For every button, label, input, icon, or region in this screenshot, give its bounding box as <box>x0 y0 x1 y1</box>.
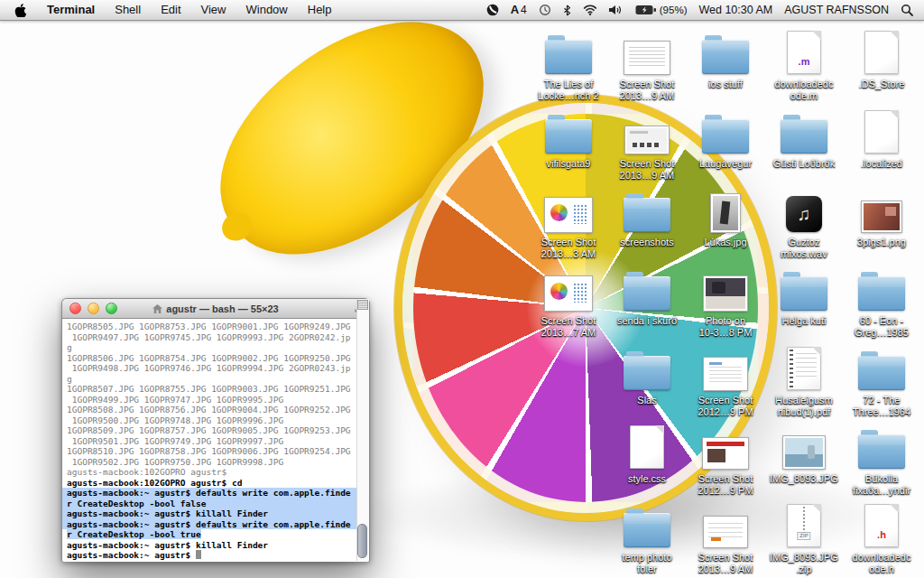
icon-label: Slas <box>607 395 687 406</box>
icon-label: IMG_8093.JPG.zip <box>764 552 844 575</box>
app-badge-icon[interactable]: A 4 <box>511 0 527 20</box>
desktop-icon-photo-on-10-3-8-pm[interactable]: Photo on10-3…8 PM <box>686 264 765 339</box>
shot-color-icon <box>545 198 592 232</box>
terminal-scrollbar[interactable] <box>356 299 369 561</box>
desktop-icon-60-eon-greg-1985[interactable]: 60 - Eon -Greg…1985 <box>842 264 921 339</box>
window-controls <box>62 303 117 314</box>
icon-label: Screen Shot2013…9 AM <box>686 552 765 575</box>
spotlight-icon[interactable] <box>901 4 913 16</box>
menu-items: TerminalShellEditViewWindowHelp <box>37 0 342 20</box>
desktop-icon-husaleigusm-nibud-1-pdf[interactable]: Husaleigusmnibud(1).pdf <box>764 343 844 418</box>
folder-icon <box>702 119 749 154</box>
zoom-button[interactable] <box>106 303 117 314</box>
menu-edit[interactable]: Edit <box>151 0 190 20</box>
desktop-icon-img-8093-jpg-zip[interactable]: ZIPIMG_8093.JPG.zip <box>764 500 844 575</box>
apple-menu[interactable] <box>11 4 37 17</box>
icon-label: Búkollafixaða…yndir <box>842 473 921 497</box>
desktop-icon-slas[interactable]: Slas <box>607 343 687 406</box>
desktop-icon-localized[interactable]: .localized <box>842 107 921 170</box>
desktop-icon-temp-photo-foler[interactable]: temp photofoler <box>607 500 687 575</box>
desktop-icon-72-the-three-1964[interactable]: 72 - TheThree…1964 <box>842 343 921 418</box>
icon-label: screenshots <box>607 237 687 248</box>
desktop-icon-the-lies-of-locke-nch-2[interactable]: The Lies ofLocke…nch 2 <box>529 27 608 102</box>
desktop-icon-screen-shot-2013-7-am[interactable]: Screen Shot2013…7 AM <box>529 264 608 339</box>
icon-label: The Lies ofLocke…nch 2 <box>529 79 608 102</box>
desktop-icon-3pigs1-png[interactable]: 3pigs1.png <box>842 185 921 248</box>
icon-label: downloadedcode.m <box>764 79 844 102</box>
desktop-icon-downloadedc-ode-m[interactable]: .mdownloadedcode.m <box>764 27 844 102</box>
terminal-line: agusts-macbook:~ agustr$ killall Finder <box>62 508 369 519</box>
desktop-icon-screen-shot-2013-9-am[interactable]: Screen Shot2013…9 AM <box>607 27 687 102</box>
desktop-icon-g-sti-lo-br-k[interactable]: Gústi Loðbrók <box>764 107 844 170</box>
desktop-icon-senda-skur[interactable]: senda í skurð <box>607 264 687 327</box>
time-machine-icon[interactable] <box>539 4 551 16</box>
battery-icon[interactable]: (95%) <box>635 0 688 20</box>
apple-logo-icon <box>14 4 26 17</box>
menu-view[interactable]: View <box>191 0 236 20</box>
terminal-line: 1GOPR9502.JPG 1GOPR9750.JPG 1GOPR9998.JP… <box>67 457 355 468</box>
split-pane-button[interactable] <box>357 300 368 310</box>
desktop-icon-screen-shot-2012-9-pm[interactable]: Screen Shot2012…9 PM <box>686 343 765 418</box>
desktop-icon-vifilsgata9[interactable]: vifilsgata9 <box>529 107 608 170</box>
terminal-window[interactable]: agustr — bash — 55×23 1GOPR8505.JPG 1GOP… <box>61 298 370 562</box>
badge-letter: A <box>511 0 518 20</box>
desktop-icon-style-css[interactable]: style.css <box>607 422 687 485</box>
icon-label: Husaleigusmnibud(1).pdf <box>764 395 844 418</box>
menu-terminal[interactable]: Terminal <box>37 0 105 20</box>
desktop-icon-screen-shot-2013-9-am[interactable]: Screen Shot2013…9 AM <box>686 500 765 575</box>
desktop-icon-downloadedc-ode-h[interactable]: .hdownloadedcode.h <box>842 500 921 575</box>
close-button[interactable] <box>69 303 81 314</box>
icon-label: Screen Shot2012…9 PM <box>686 395 765 418</box>
icon-label: Screen Shot2013…9 AM <box>607 79 687 102</box>
menu-window[interactable]: Window <box>236 0 298 20</box>
menu-clock[interactable]: Wed 10:30 AM <box>698 4 772 16</box>
desktop-icon-guztoz-mixos-wav[interactable]: ♫Guztozmixos.wav <box>764 185 844 260</box>
icon-label: style.css <box>607 473 687 485</box>
document-icon: ZIP <box>787 504 821 547</box>
menu-bar-left: TerminalShellEditViewWindowHelp <box>0 0 342 20</box>
badge-count: 4 <box>521 0 527 20</box>
menu-help[interactable]: Help <box>298 0 342 20</box>
terminal-line: agusts-macbook:102GOPRO agustr$ cd <box>67 478 355 489</box>
desktop-icon-img-8093-jpg[interactable]: IMG_8093.JPG <box>764 422 844 485</box>
menu-user-name[interactable]: AGUST RAFNSSON <box>784 4 889 16</box>
menu-shell[interactable]: Shell <box>105 0 151 20</box>
folder-icon <box>624 513 670 547</box>
terminal-line: agusts-macbook:~ agustr$ defaults write … <box>62 519 369 530</box>
minimize-button[interactable] <box>88 303 99 314</box>
terminal-line: 1GOPR9499.JPG 1GOPR9747.JPG 1GOPR9995.JP… <box>67 395 355 406</box>
desktop-icon-screen-shot-2013-9-am[interactable]: Screen Shot2013…9 AM <box>607 107 687 182</box>
terminal-line: g <box>67 374 355 385</box>
folder-icon <box>858 356 905 390</box>
folder-icon <box>624 276 670 311</box>
desktop-icon-screen-shot-2012-9-pm[interactable]: Screen Shot2012…9 PM <box>686 422 765 497</box>
icon-label: downloadedcode.h <box>842 552 921 575</box>
desktop-icon-screen-shot-2013-3-am[interactable]: Screen Shot2013…3 AM <box>529 185 608 260</box>
scrollbar-thumb[interactable] <box>357 524 367 558</box>
menu-bar-status: A 4 (95%) Wed 10:30 AM AGUST RAFNSSON <box>486 0 924 20</box>
desktop-icon-b-kolla-fixa-a-yndir[interactable]: Búkollafixaða…yndir <box>842 422 921 497</box>
desktop-icon-screenshots[interactable]: screenshots <box>607 185 687 248</box>
desktop-icon-l-kas-jpg[interactable]: Lúkas.jpg <box>686 185 765 248</box>
terminal-line: agusts-macbook:~ agustr$ defaults write … <box>62 488 369 499</box>
photo-dark-icon <box>711 194 740 232</box>
audio-file-icon: ♫ <box>786 196 822 232</box>
document-icon <box>864 110 899 154</box>
shot-red-icon <box>703 438 748 469</box>
wifi-icon[interactable] <box>583 5 597 15</box>
folder-icon <box>702 40 749 74</box>
folder-icon <box>858 276 905 311</box>
terminal-line: agusts-macbook:102GOPRO agustr$ <box>67 467 355 478</box>
volume-icon[interactable] <box>609 5 624 15</box>
terminal-body[interactable]: 1GOPR8505.JPG 1GOPR8753.JPG 1GOPR9001.JP… <box>62 319 369 562</box>
desktop-icon-ios-stuff[interactable]: ios stuff <box>686 27 765 90</box>
shot-lines-icon <box>624 42 670 74</box>
terminal-title-bar[interactable]: agustr — bash — 55×23 <box>62 299 369 319</box>
desktop-icon-laugavegur[interactable]: Laugavegur <box>686 107 765 170</box>
skype-menu-icon[interactable] <box>486 4 499 16</box>
terminal-line: 1GOPR9498.JPG 1GOPR9746.JPG 1GOPR9994.JP… <box>67 363 355 374</box>
desktop-icon-helga-kuti[interactable]: Helga kuti <box>764 264 844 327</box>
desktop-icon-ds-store[interactable]: .DS_Store <box>842 27 921 90</box>
bluetooth-icon[interactable] <box>563 5 571 16</box>
folder-icon <box>545 40 592 74</box>
